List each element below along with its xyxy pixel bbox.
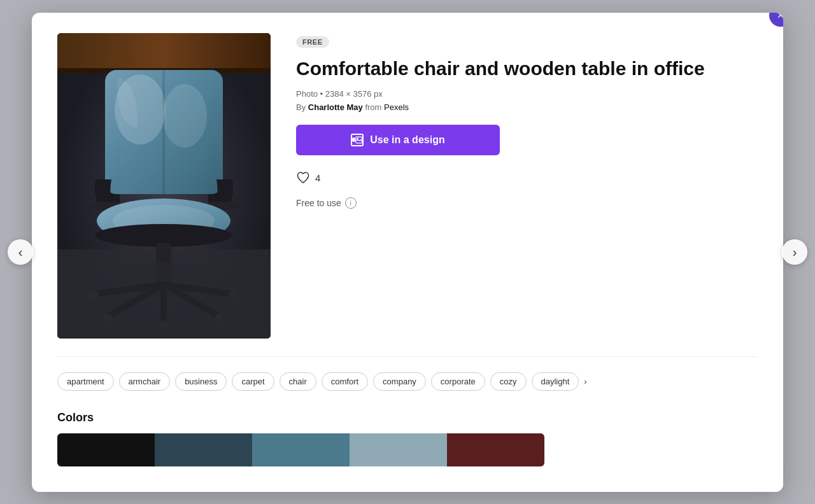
svg-rect-2 — [57, 33, 271, 71]
image-frame-icon — [351, 134, 364, 146]
use-in-design-label: Use in a design — [370, 134, 444, 146]
image-detail-modal: × — [32, 13, 783, 492]
heart-icon[interactable] — [296, 171, 310, 185]
meta-separator: • — [320, 89, 325, 99]
close-button[interactable]: × — [769, 13, 783, 27]
free-badge: FREE — [296, 36, 329, 48]
svg-point-8 — [162, 84, 207, 148]
tag-item[interactable]: cozy — [490, 372, 527, 391]
colors-bar — [57, 433, 544, 466]
likes-count: 4 — [315, 172, 320, 183]
svg-rect-26 — [57, 262, 271, 339]
info-section: FREE Comfortable chair and wooden table … — [296, 33, 758, 209]
info-icon[interactable]: i — [345, 197, 357, 209]
tag-item[interactable]: carpet — [232, 372, 274, 391]
chevron-left-icon: ‹ — [18, 245, 23, 260]
chevron-right-icon: › — [793, 245, 797, 260]
color-swatch[interactable] — [350, 433, 447, 466]
color-swatch[interactable] — [155, 433, 252, 466]
use-in-design-button[interactable]: Use in a design — [296, 125, 500, 155]
tag-item[interactable]: apartment — [57, 372, 114, 391]
main-image — [57, 33, 271, 339]
image-meta-author: By Charlotte May from Pexels — [296, 102, 758, 112]
prev-button[interactable]: ‹ — [8, 239, 33, 265]
color-swatch[interactable] — [447, 433, 544, 466]
color-swatch[interactable] — [252, 433, 350, 466]
tag-item[interactable]: armchair — [119, 372, 171, 391]
image-section — [57, 33, 271, 339]
color-swatch[interactable] — [57, 433, 155, 466]
tag-item[interactable]: chair — [280, 372, 316, 391]
author-name: Charlotte May — [308, 102, 363, 112]
by-label: By — [296, 102, 306, 112]
tag-item[interactable]: business — [175, 372, 227, 391]
colors-title: Colors — [57, 411, 758, 424]
image-meta-dimensions: Photo • 2384 × 3576 px — [296, 89, 758, 99]
tags-list: apartmentarmchairbusinesscarpetchaircomf… — [57, 372, 758, 391]
from-label: from — [365, 102, 381, 112]
tag-item[interactable]: comfort — [322, 372, 368, 391]
tag-item[interactable]: company — [373, 372, 426, 391]
source-name: Pexels — [384, 102, 409, 112]
more-tags-button[interactable]: › — [584, 377, 586, 386]
free-to-use: Free to use i — [296, 197, 758, 209]
tags-section: apartmentarmchairbusinesscarpetchaircomf… — [57, 356, 758, 391]
likes-row: 4 — [296, 171, 758, 185]
tag-item[interactable]: daylight — [532, 372, 579, 391]
photo-svg — [57, 33, 271, 339]
media-type: Photo — [296, 89, 318, 99]
next-button[interactable]: › — [782, 239, 807, 265]
image-dimensions: 2384 × 3576 px — [325, 89, 383, 99]
free-to-use-label: Free to use — [296, 198, 341, 208]
colors-section: Colors — [57, 411, 758, 466]
image-title: Comfortable chair and wooden table in of… — [296, 57, 758, 81]
tag-item[interactable]: corporate — [431, 372, 485, 391]
close-icon: × — [777, 13, 783, 21]
modal-body: FREE Comfortable chair and wooden table … — [57, 33, 758, 339]
